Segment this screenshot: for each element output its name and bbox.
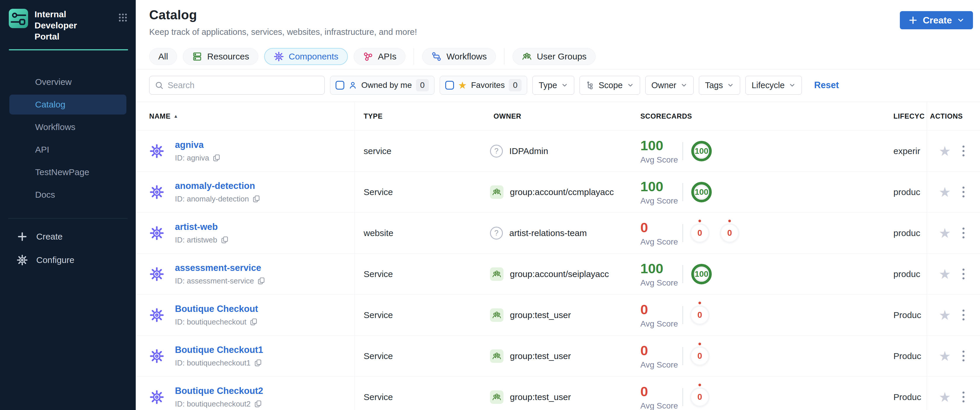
- scorecard-gauge[interactable]: 0: [691, 225, 708, 242]
- entity-name-link[interactable]: Boutique Checkout: [175, 304, 258, 314]
- copy-icon[interactable]: [253, 195, 260, 203]
- kebab-menu-icon[interactable]: [961, 185, 966, 199]
- actions-header-label: ACTIONS: [930, 112, 963, 120]
- kebab-menu-icon[interactable]: [961, 226, 966, 240]
- group-owner-icon: [490, 308, 503, 322]
- create-button[interactable]: Create: [900, 11, 973, 29]
- name-cell: artist-web ID: artistweb: [136, 213, 355, 253]
- entity-name-link[interactable]: Boutique Checkout2: [175, 386, 263, 396]
- scorecard-gauge[interactable]: 0: [691, 348, 708, 365]
- type-cell: Service: [355, 310, 485, 320]
- workflow-icon: [431, 51, 442, 62]
- sidebar-item-overview[interactable]: Overview: [10, 72, 126, 92]
- tab-all-label: All: [158, 51, 168, 62]
- favorite-star-icon[interactable]: ★: [939, 185, 951, 199]
- copy-icon[interactable]: [221, 236, 229, 244]
- copy-icon[interactable]: [250, 318, 258, 325]
- component-gear-icon: [149, 389, 164, 405]
- group-owner-icon: [490, 185, 503, 199]
- scorecard-gauge[interactable]: 0: [691, 389, 708, 405]
- table-row: artist-web ID: artistweb website ? artis…: [136, 213, 980, 254]
- copy-icon[interactable]: [258, 277, 265, 285]
- favorite-star-icon[interactable]: ★: [939, 144, 951, 158]
- sidebar-accent-divider: [9, 49, 128, 50]
- owned-by-me-checkbox[interactable]: [336, 81, 344, 89]
- kebab-menu-icon[interactable]: [961, 308, 966, 322]
- favorites-checkbox[interactable]: [445, 81, 454, 89]
- favorite-star-icon[interactable]: ★: [939, 308, 951, 322]
- owner-cell: group:account/seiplayacc: [485, 267, 639, 281]
- chevron-down-icon: [789, 82, 796, 89]
- owned-by-me-label: Owned by me: [361, 81, 412, 90]
- kebab-menu-icon[interactable]: [961, 267, 966, 281]
- kebab-menu-icon[interactable]: [961, 390, 966, 404]
- kebab-menu-icon[interactable]: [961, 349, 966, 363]
- actions-cell: ★: [927, 295, 980, 335]
- avg-score-label: Avg Score: [640, 319, 681, 329]
- entity-name-link[interactable]: anomaly-detection: [175, 181, 260, 191]
- scorecard-gauge[interactable]: 0: [721, 225, 738, 242]
- app-grid-icon[interactable]: [118, 12, 128, 23]
- tab-user-groups-label: User Groups: [537, 51, 587, 62]
- avg-score-value: 0: [640, 219, 681, 236]
- actions-cell: ★: [927, 172, 980, 212]
- component-gear-icon: [149, 308, 164, 323]
- type-dropdown[interactable]: Type: [532, 76, 574, 94]
- sidebar-configure-button[interactable]: Configure: [0, 250, 136, 270]
- lifecycle-dropdown[interactable]: Lifecycle: [745, 76, 802, 94]
- scorecard-gauge[interactable]: 100: [691, 182, 712, 203]
- table-row: anomaly-detection ID: anomaly-detection …: [136, 172, 980, 213]
- sidebar-item-testnewpage[interactable]: TestNewPage: [10, 162, 126, 182]
- tab-all[interactable]: All: [149, 48, 177, 65]
- tab-workflows[interactable]: Workflows: [422, 48, 496, 65]
- sidebar-item-api[interactable]: API: [10, 140, 126, 160]
- plus-icon: [908, 15, 918, 25]
- owned-by-me-filter[interactable]: Owned by me 0: [330, 76, 434, 94]
- score-divider: [682, 306, 683, 324]
- scorecard-gauge[interactable]: 0: [691, 306, 708, 324]
- kebab-menu-icon[interactable]: [961, 144, 966, 158]
- sidebar-item-docs[interactable]: Docs: [10, 185, 126, 205]
- favorite-star-icon[interactable]: ★: [939, 267, 951, 281]
- tab-user-groups[interactable]: User Groups: [512, 48, 596, 65]
- scope-dropdown[interactable]: Scope: [579, 76, 640, 94]
- search-input[interactable]: [168, 81, 319, 90]
- scorecards-cell: 100 Avg Score 100: [639, 178, 893, 206]
- column-header-name[interactable]: NAME ▲: [136, 102, 355, 130]
- avg-score-value: 100: [640, 178, 681, 195]
- copy-icon[interactable]: [254, 359, 262, 367]
- scorecard-gauge[interactable]: 100: [691, 141, 712, 161]
- favorite-star-icon[interactable]: ★: [939, 227, 951, 240]
- copy-icon[interactable]: [254, 400, 262, 408]
- sidebar-item-catalog[interactable]: Catalog: [10, 94, 126, 115]
- owner-dropdown[interactable]: Owner: [645, 76, 694, 94]
- sidebar-item-workflows[interactable]: Workflows: [10, 117, 126, 137]
- tab-divider: [414, 48, 414, 65]
- tab-apis[interactable]: APIs: [354, 48, 406, 65]
- plus-icon: [16, 231, 28, 242]
- chevron-down-icon: [956, 16, 965, 24]
- owner-cell: group:test_user: [485, 390, 639, 404]
- sort-asc-icon: ▲: [173, 113, 178, 119]
- copy-icon[interactable]: [213, 154, 220, 162]
- sidebar-create-button[interactable]: Create: [0, 227, 136, 247]
- scorecard-gauge[interactable]: 100: [691, 264, 712, 284]
- tab-components[interactable]: Components: [264, 48, 348, 65]
- favorite-star-icon[interactable]: ★: [939, 390, 951, 404]
- tags-dropdown[interactable]: Tags: [699, 76, 740, 94]
- scope-dropdown-label: Scope: [598, 81, 622, 90]
- tab-resources[interactable]: Resources: [183, 48, 258, 65]
- search-box: [149, 76, 325, 94]
- search-icon: [155, 81, 164, 89]
- entity-name-link[interactable]: assessment-service: [175, 263, 265, 273]
- avg-score-value: 100: [640, 137, 681, 153]
- unknown-owner-icon: ?: [490, 227, 503, 239]
- reset-filters-link[interactable]: Reset: [814, 80, 839, 91]
- favorite-star-icon[interactable]: ★: [939, 349, 951, 363]
- score-divider: [682, 142, 683, 160]
- owner-name: group:test_user: [510, 310, 571, 320]
- favorites-filter[interactable]: ★ Favorites 0: [440, 76, 527, 94]
- entity-name-link[interactable]: artist-web: [175, 222, 229, 232]
- entity-name-link[interactable]: agniva: [175, 140, 220, 150]
- entity-name-link[interactable]: Boutique Checkout1: [175, 345, 263, 355]
